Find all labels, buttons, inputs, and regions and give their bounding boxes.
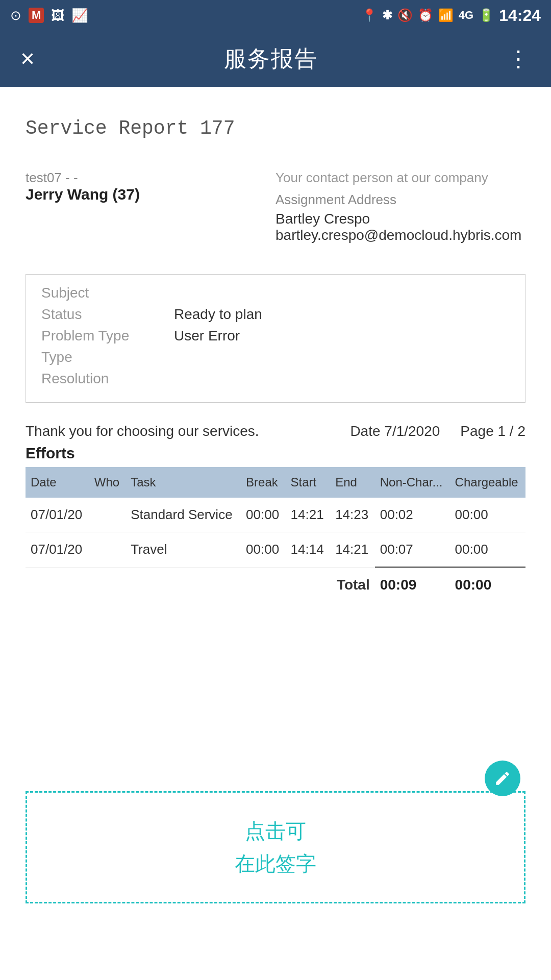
gps-icon: ⊙ <box>10 8 21 23</box>
problem-type-label: Problem Type <box>41 328 174 344</box>
status-bar: ⊙ M 🖼 📈 📍 ✱ 🔇 ⏰ 📶 4G 🔋 14:24 <box>0 0 551 31</box>
row2-date: 07/01/20 <box>26 532 89 568</box>
status-bar-left: ⊙ M 🖼 📈 <box>10 8 88 23</box>
detail-resolution: Resolution <box>41 371 510 387</box>
address-label: Assignment Address <box>276 192 525 208</box>
table-row: 07/01/20 Standard Service 00:00 14:21 14… <box>26 498 525 532</box>
report-title: Service Report 177 <box>26 117 525 139</box>
info-section: test07 - - Jerry Wang (37) Your contact … <box>26 170 525 243</box>
row1-date: 07/01/20 <box>26 498 89 532</box>
pencil-icon <box>494 770 511 787</box>
detail-type: Type <box>41 349 510 365</box>
row1-start: 14:21 <box>286 498 331 532</box>
table-header: Date Who Task Break Start End Non-Char..… <box>26 467 525 498</box>
page-title: 服务报告 <box>224 44 318 74</box>
wifi-icon: 📶 <box>438 8 454 22</box>
thankyou-text: Thank you for choosing our services. <box>26 423 259 439</box>
status-label: Status <box>41 306 174 323</box>
app-icon-1: M <box>29 8 44 23</box>
main-content: Service Report 177 test07 - - Jerry Wang… <box>0 87 551 929</box>
col-who: Who <box>89 467 126 498</box>
row2-end: 14:21 <box>330 532 375 568</box>
image-icon: 🖼 <box>51 8 64 23</box>
col-task: Task <box>126 467 241 498</box>
row2-start: 14:14 <box>286 532 331 568</box>
col-date: Date <box>26 467 89 498</box>
row1-task: Standard Service <box>126 498 241 532</box>
detail-problem-type: Problem Type User Error <box>41 328 510 344</box>
problem-type-value: User Error <box>174 328 240 344</box>
table-footer: Total 00:09 00:00 <box>26 567 525 602</box>
row2-chargeable: 00:00 <box>450 532 525 568</box>
mute-icon: 🔇 <box>397 8 413 22</box>
type-label: Type <box>41 349 174 365</box>
address-value: Bartley Crespo bartley.crespo@democloud.… <box>276 211 525 243</box>
location-icon: 📍 <box>362 8 377 22</box>
edit-signature-button[interactable] <box>485 761 520 796</box>
signature-area: 点击可 在此签字 <box>26 791 525 903</box>
contact-label: Your contact person at our company <box>276 170 525 186</box>
subject-label: Subject <box>41 285 174 301</box>
row1-who <box>89 498 126 532</box>
bluetooth-icon: ✱ <box>382 8 392 22</box>
total-chargeable: 00:00 <box>450 567 525 602</box>
row2-task: Travel <box>126 532 241 568</box>
col-chargeable: Chargeable <box>450 467 525 498</box>
col-end: End <box>330 467 375 498</box>
col-start: Start <box>286 467 331 498</box>
battery-icon: 🔋 <box>479 8 494 22</box>
signal-icon: 4G <box>459 9 473 22</box>
date-label-text: Date 7/1/2020 <box>350 423 440 439</box>
contact-info: Your contact person at our company Assig… <box>276 170 525 243</box>
total-label: Total <box>330 567 375 602</box>
chart-icon: 📈 <box>71 8 88 23</box>
detail-status: Status Ready to plan <box>41 306 510 323</box>
close-button[interactable]: × <box>20 46 35 71</box>
row1-nonchar: 00:02 <box>375 498 450 532</box>
efforts-label: Efforts <box>26 445 525 462</box>
alarm-icon: ⏰ <box>418 8 433 22</box>
menu-button[interactable]: ⋮ <box>507 47 531 70</box>
status-bar-right: 📍 ✱ 🔇 ⏰ 📶 4G 🔋 14:24 <box>362 6 541 25</box>
row2-who <box>89 532 126 568</box>
date-page: Date 7/1/2020 Page 1 / 2 <box>350 423 525 439</box>
status-value: Ready to plan <box>174 306 262 323</box>
page-label-text: Page 1 / 2 <box>460 423 525 439</box>
customer-label: test07 - - <box>26 170 276 186</box>
col-non-char: Non-Char... <box>375 467 450 498</box>
top-bar: × 服务报告 ⋮ <box>0 31 551 87</box>
row1-break: 00:00 <box>241 498 286 532</box>
time-display: 14:24 <box>499 6 541 25</box>
row1-end: 14:23 <box>330 498 375 532</box>
total-nonchar: 00:09 <box>375 567 450 602</box>
signature-prompt: 点击可 在此签字 <box>235 815 316 880</box>
detail-subject: Subject <box>41 285 510 301</box>
row1-chargeable: 00:00 <box>450 498 525 532</box>
resolution-label: Resolution <box>41 371 174 387</box>
signature-box[interactable]: 点击可 在此签字 <box>26 791 525 903</box>
details-box: Subject Status Ready to plan Problem Typ… <box>26 274 525 403</box>
table-body: 07/01/20 Standard Service 00:00 14:21 14… <box>26 498 525 567</box>
thankyou-line: Thank you for choosing our services. Dat… <box>26 423 525 439</box>
customer-name: Jerry Wang (37) <box>26 186 276 203</box>
efforts-table: Date Who Task Break Start End Non-Char..… <box>26 467 525 602</box>
col-break: Break <box>241 467 286 498</box>
customer-info: test07 - - Jerry Wang (37) <box>26 170 276 243</box>
row2-nonchar: 00:07 <box>375 532 450 568</box>
table-row: 07/01/20 Travel 00:00 14:14 14:21 00:07 … <box>26 532 525 568</box>
row2-break: 00:00 <box>241 532 286 568</box>
